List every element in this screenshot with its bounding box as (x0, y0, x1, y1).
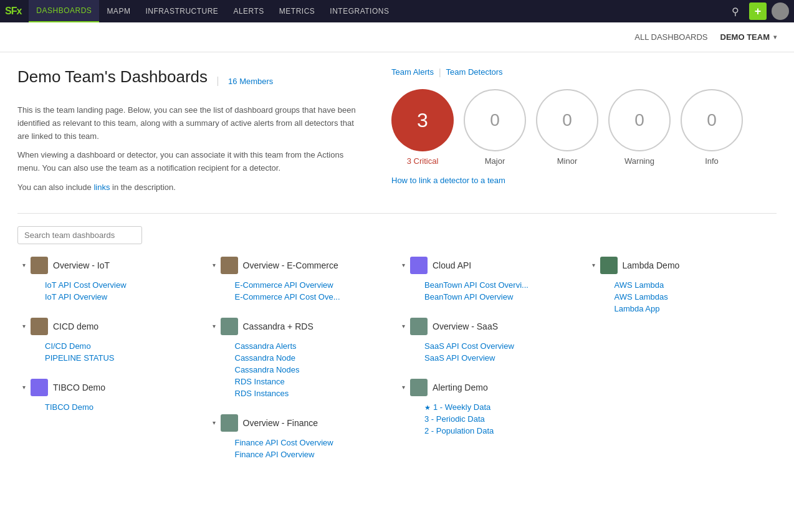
circle-value-info: 0 (681, 89, 743, 151)
dash-group-name: Cloud API (433, 260, 471, 270)
alerts-tabs: Team Alerts | Team Detectors (391, 67, 743, 79)
dash-item[interactable]: E-Commerce API Overview (235, 279, 393, 291)
circle-minor[interactable]: 0Minor (536, 89, 598, 166)
tab-team-detectors[interactable]: Team Detectors (446, 67, 503, 79)
dash-item[interactable]: 3 - Periodic Data (424, 413, 582, 425)
dash-group-header-overview-iot[interactable]: ▾Overview - IoT (22, 257, 203, 274)
dash-item[interactable]: 2 - Population Data (424, 425, 582, 437)
link-detector-link[interactable]: How to link a detector to a team (391, 176, 743, 185)
dash-items-overview-ecommerce: E-Commerce API OverviewE-Commerce API Co… (213, 279, 393, 303)
dash-group-icon (221, 414, 238, 432)
main-content: Demo Team's Dashboards 16 Members This i… (0, 52, 794, 532)
dash-group-overview-ecommerce: ▾Overview - E-CommerceE-Commerce API Ove… (213, 257, 393, 303)
dash-item[interactable]: IoT API Cost Overview (45, 279, 203, 291)
dash-item[interactable]: PIPELINE STATUS (45, 352, 203, 364)
dash-group-name: Overview - E-Commerce (243, 260, 338, 270)
nav-item-dashboards[interactable]: DASHBOARDS (29, 0, 99, 22)
circle-critical[interactable]: 33 Critical (391, 89, 454, 166)
dash-item[interactable]: Finance API Cost Overview (235, 437, 393, 449)
nav-item-integrations[interactable]: INTEGRATIONS (322, 0, 396, 22)
dash-items-cloud-api: BeanTown API Cost Overvi...BeanTown API … (402, 279, 582, 303)
dash-group-icon (221, 318, 238, 335)
dash-item[interactable]: AWS Lambda (615, 279, 772, 291)
tab-team-alerts[interactable]: Team Alerts (391, 67, 434, 79)
dash-group-name: Lambda Demo (623, 260, 680, 270)
hero-desc-3-suffix: in the description. (110, 183, 176, 192)
chevron-icon: ▾ (592, 262, 595, 268)
dash-group-icon (31, 318, 48, 335)
alerts-circles: 33 Critical0Major0Minor0Warning0Info (391, 89, 743, 166)
dash-group-header-tibco-demo[interactable]: ▾TIBCO Demo (22, 379, 203, 396)
dash-item[interactable]: Cassandra Nodes (235, 364, 393, 376)
dash-item[interactable]: 1 - Weekly Data (424, 401, 582, 413)
nav-item-metrics[interactable]: METRICS (272, 0, 323, 22)
add-icon[interactable]: + (749, 2, 767, 20)
nav-item-infrastructure[interactable]: INFRASTRUCTURE (138, 0, 226, 22)
circle-value-warning: 0 (608, 89, 671, 151)
chevron-icon: ▾ (213, 262, 216, 268)
dash-group-icon (410, 257, 428, 274)
dash-items-cicd-demo: CI/CD DemoPIPELINE STATUS (22, 340, 203, 364)
search-input[interactable] (17, 226, 142, 244)
dash-group-header-lambda-demo[interactable]: ▾Lambda Demo (592, 257, 772, 274)
circle-label-minor: Minor (557, 156, 578, 166)
circle-info[interactable]: 0Info (681, 89, 743, 166)
dash-item[interactable]: SaaS API Cost Overview (424, 340, 582, 352)
dash-group-name: TIBCO Demo (53, 382, 105, 392)
hero-desc-1: This is the team landing page. Below, yo… (17, 104, 366, 143)
nav-item-uapm[interactable]: μAPM (99, 0, 138, 22)
dash-group-header-overview-saas[interactable]: ▾Overview - SaaS (402, 318, 582, 335)
hero-desc-3: You can also include links in the descri… (17, 181, 366, 194)
dashboard-column-1: ▾Overview - E-CommerceE-Commerce API Ove… (208, 257, 398, 475)
dash-items-overview-finance: Finance API Cost OverviewFinance API Ove… (213, 437, 393, 460)
dash-group-name: Overview - IoT (53, 260, 110, 270)
dash-item[interactable]: RDS Instance (235, 376, 393, 387)
team-selector[interactable]: DEMO TEAM ▾ (715, 32, 782, 42)
dash-item[interactable]: SaaS API Overview (424, 352, 582, 364)
dash-item[interactable]: TIBCO Demo (45, 401, 203, 413)
dash-group-header-cloud-api[interactable]: ▾Cloud API (402, 257, 582, 274)
dash-item[interactable]: E-Commerce API Cost Ove... (235, 291, 393, 303)
chevron-icon: ▾ (22, 384, 26, 391)
dash-group-header-cassandra-rds[interactable]: ▾Cassandra + RDS (213, 318, 393, 335)
subheader: ALL DASHBOARDS DEMO TEAM ▾ (0, 22, 794, 52)
hero-desc-2: When viewing a dashboard or detector, yo… (17, 149, 366, 175)
dash-group-overview-iot: ▾Overview - IoTIoT API Cost OverviewIoT … (22, 257, 203, 303)
dash-item[interactable]: BeanTown API Overview (424, 291, 582, 303)
dash-item[interactable]: Cassandra Node (235, 352, 393, 364)
nav-items: DASHBOARDSμAPMINFRASTRUCTUREALERTSMETRIC… (29, 0, 396, 22)
dash-group-cassandra-rds: ▾Cassandra + RDSCassandra AlertsCassandr… (213, 318, 393, 399)
all-dashboards-link[interactable]: ALL DASHBOARDS (627, 32, 715, 42)
dash-group-name: CICD demo (53, 321, 98, 331)
nav-item-alerts[interactable]: ALERTS (226, 0, 271, 22)
dash-group-header-cicd-demo[interactable]: ▾CICD demo (22, 318, 203, 335)
search-icon[interactable]: ⚲ (727, 2, 744, 20)
circle-warning[interactable]: 0Warning (608, 89, 671, 166)
dash-group-header-alerting-demo[interactable]: ▾Alerting Demo (402, 379, 582, 396)
hero-left: Demo Team's Dashboards 16 Members This i… (17, 67, 366, 201)
tab-divider: | (439, 67, 441, 79)
dash-group-header-overview-ecommerce[interactable]: ▾Overview - E-Commerce (213, 257, 393, 274)
dash-item[interactable]: Lambda App (615, 303, 772, 315)
dash-item[interactable]: BeanTown API Cost Overvi... (424, 279, 582, 291)
top-navigation: SFx DASHBOARDSμAPMINFRASTRUCTUREALERTSME… (0, 0, 794, 22)
avatar[interactable] (772, 2, 789, 20)
dash-item[interactable]: Finance API Overview (235, 449, 393, 460)
links-link[interactable]: links (93, 183, 110, 192)
dash-item[interactable]: RDS Instances (235, 387, 393, 399)
members-count[interactable]: 16 Members (218, 77, 273, 86)
dash-item[interactable]: IoT API Overview (45, 291, 203, 303)
dash-group-alerting-demo: ▾Alerting Demo1 - Weekly Data3 - Periodi… (402, 379, 582, 437)
dash-group-icon (31, 257, 48, 274)
dash-group-icon (600, 257, 618, 274)
dash-item[interactable]: Cassandra Alerts (235, 340, 393, 352)
dash-item[interactable]: CI/CD Demo (45, 340, 203, 352)
dash-group-name: Overview - Finance (243, 418, 318, 428)
dashboard-column-2: ▾Cloud APIBeanTown API Cost Overvi...Bea… (397, 257, 587, 475)
dash-group-icon (410, 379, 428, 396)
title-row: Demo Team's Dashboards 16 Members (17, 67, 366, 95)
dash-group-header-overview-finance[interactable]: ▾Overview - Finance (213, 414, 393, 432)
circle-value-critical: 3 (391, 89, 454, 151)
dash-item[interactable]: AWS Lambdas (615, 291, 772, 303)
circle-major[interactable]: 0Major (464, 89, 526, 166)
